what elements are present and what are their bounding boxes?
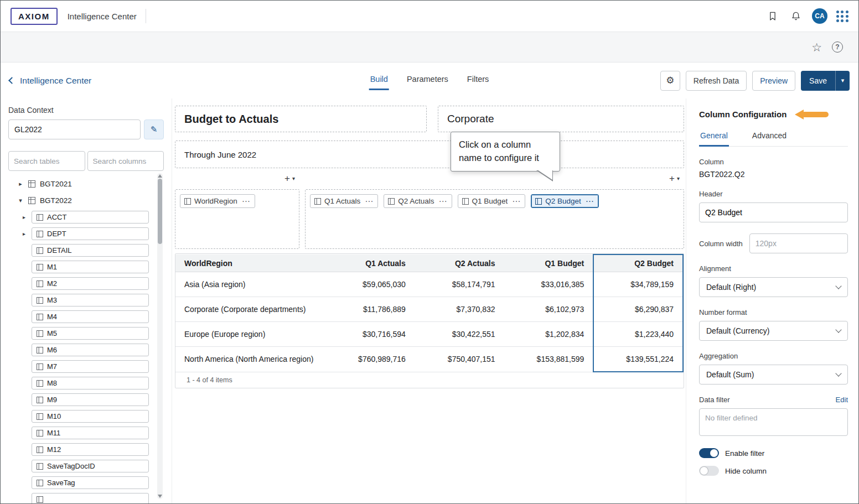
report-title-block[interactable]: Budget to Actuals [175,106,427,132]
column-item-m7[interactable]: M7 [32,360,149,373]
search-columns-input[interactable] [87,151,164,171]
column-item-m6[interactable]: M6 [32,344,149,356]
config-tooltip-text: Click on a column name to configure it [459,139,539,163]
column-item-label: M1 [47,263,57,271]
column-chip-q1-budget[interactable]: Q1 Budget⋯ [458,194,526,208]
alignment-field: Alignment Default (Right) [699,264,848,297]
column-item-m2[interactable]: M2 [32,277,149,290]
column-item-m4[interactable]: M4 [32,310,149,323]
help-icon[interactable]: ? [832,41,843,53]
edit-data-context-button[interactable]: ✎ [144,119,164,139]
column-zones: WorldRegion⋯ Q1 Actuals⋯Q2 Actuals⋯Q1 Bu… [175,189,684,249]
column-item-savetagdocid[interactable]: SaveTagDocID [32,460,149,472]
scroll-up-icon[interactable] [158,174,162,178]
row-label-cell: Europe (Europe region) [175,322,325,347]
column-item-m9[interactable]: M9 [32,393,149,406]
column-item-detail[interactable]: DETAIL [32,244,149,257]
report-period-block[interactable]: Through June 2022 [175,141,684,168]
config-tab-advanced[interactable]: Advanced [751,129,788,146]
table-item-bgt2021[interactable]: ▸BGT2021 [8,176,164,191]
chip-menu-button[interactable]: ⋯ [242,196,251,206]
data-context-input[interactable] [8,119,141,139]
table-header-worldregion[interactable]: WorldRegion [175,254,325,272]
column-item-m10[interactable]: M10 [32,410,149,423]
row-label-cell: Asia (Asia region) [175,272,325,297]
add-measure-control[interactable]: + ▾ [669,174,680,183]
column-width-input[interactable] [749,233,848,253]
alignment-select[interactable]: Default (Right) [699,277,848,297]
config-tab-general[interactable]: General [699,129,729,147]
value-cell: $760,989,716 [325,347,415,372]
column-row-detail: DETAIL [8,244,164,257]
save-button[interactable]: Save [801,71,835,91]
dimension-zone[interactable]: WorldRegion⋯ [175,189,299,249]
aggregation-field: Aggregation Default (Sum) [699,352,848,385]
column-icon [37,280,43,287]
chip-menu-button[interactable]: ⋯ [512,196,521,206]
chevron-right-icon[interactable]: ▸ [23,214,32,220]
bookmark-icon[interactable] [765,9,780,23]
edit-filter-link[interactable]: Edit [836,396,848,404]
column-item-label: SaveTag [47,479,75,487]
settings-button[interactable]: ⚙ [660,71,680,91]
axiom-logo[interactable]: AXIOM [11,8,58,25]
search-row [8,151,164,171]
column-item-m3[interactable]: M3 [32,294,149,306]
data-filter-box[interactable]: No filter defined [699,408,848,436]
report-entity-block[interactable]: Corporate [438,106,684,132]
table-item-bgt2022[interactable]: ▾BGT2022 [8,193,164,207]
column-chip-q2-actuals[interactable]: Q2 Actuals⋯ [384,194,452,208]
save-dropdown-button[interactable]: ▾ [835,71,850,91]
column-item-m5[interactable]: M5 [32,327,149,340]
table-header-q2-budget[interactable]: Q2 Budget [593,254,683,272]
favorite-star-icon[interactable]: ☆ [811,41,822,53]
column-item-acct[interactable]: ACCT [32,211,149,224]
column-icon [37,231,43,237]
column-item-m11[interactable]: M11 [32,427,149,439]
column-chip-q1-actuals[interactable]: Q1 Actuals⋯ [310,194,378,208]
add-dimension-control[interactable]: + ▾ [284,174,295,183]
notifications-bell-icon[interactable] [789,9,803,23]
scrollbar-thumb[interactable] [158,179,162,244]
enable-filter-toggle[interactable] [699,448,719,458]
header-label: Header [699,190,848,198]
user-avatar[interactable]: CA [812,8,827,24]
chip-menu-button[interactable]: ⋯ [365,196,374,206]
chip-menu-button[interactable]: ⋯ [439,196,448,206]
column-chip-worldregion[interactable]: WorldRegion⋯ [180,194,255,208]
search-tables-input[interactable] [8,151,85,171]
chevron-right-icon[interactable]: ▸ [23,231,32,237]
column-item-savetag[interactable]: SaveTag [32,476,149,489]
table-header-q2-actuals[interactable]: Q2 Actuals [415,254,504,272]
column-item-m1[interactable]: M1 [32,261,149,273]
refresh-data-button[interactable]: Refresh Data [686,71,747,91]
column-item-label: M5 [47,329,57,337]
axiom-logo-text: AXIOM [18,12,50,21]
config-tooltip: Click on a column name to configure it [451,132,560,172]
table-header-q1-budget[interactable]: Q1 Budget [504,254,594,272]
column-chip-q2-budget[interactable]: Q2 Budget⋯ [531,194,599,208]
data-context-sidebar: Data Context ✎ ▸BGT2021▾BGT2022 ▸ACCT▸DE… [1,98,172,503]
value-cell: $153,881,599 [504,347,594,372]
tab-parameters[interactable]: Parameters [406,72,449,90]
table-header-q1-actuals[interactable]: Q1 Actuals [325,254,415,272]
hide-column-toggle[interactable] [699,466,719,476]
column-item-m12[interactable]: M12 [32,443,149,456]
tab-filters[interactable]: Filters [466,72,490,90]
measure-zone[interactable]: Q1 Actuals⋯Q2 Actuals⋯Q1 Budget⋯Q2 Budge… [305,189,684,249]
chip-menu-button[interactable]: ⋯ [586,196,594,206]
sidebar-scrollbar[interactable] [157,173,163,499]
preview-button[interactable]: Preview [752,71,795,91]
table-label: BGT2022 [40,196,72,205]
aggregation-select[interactable]: Default (Sum) [699,365,848,385]
number-format-select[interactable]: Default (Currency) [699,321,848,341]
tab-build[interactable]: Build [369,72,389,90]
apps-menu-icon[interactable] [836,10,848,22]
back-link[interactable]: Intelligence Center [9,76,91,86]
report-title-text: Budget to Actuals [184,113,278,126]
column-item-m8[interactable]: M8 [32,377,149,389]
column-item-dept[interactable]: DEPT [32,227,149,240]
scroll-down-icon[interactable] [158,495,162,498]
column-item-item[interactable] [32,493,149,503]
header-input[interactable] [699,202,848,222]
